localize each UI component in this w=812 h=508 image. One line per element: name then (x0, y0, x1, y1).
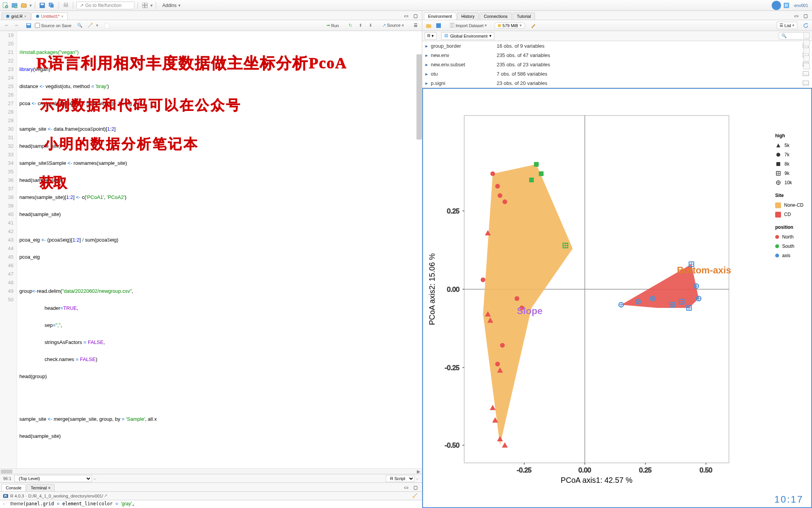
section-down-icon[interactable]: ⬇ (367, 22, 375, 29)
env-var-row[interactable]: ▸p.signi23 obs. of 20 variables (422, 78, 812, 88)
save-icon[interactable] (38, 2, 46, 9)
memory-indicator[interactable]: 579 MiB ▾ (494, 22, 525, 29)
grid-icon[interactable] (141, 2, 149, 9)
minimize-icon[interactable]: ▭ (403, 12, 410, 20)
forward-icon[interactable]: ➡ (12, 22, 20, 29)
svg-rect-21 (105, 23, 109, 28)
new-file-icon[interactable] (2, 2, 9, 9)
language-selector[interactable]: R ▾ (425, 32, 437, 40)
back-icon[interactable]: ⬅ (2, 22, 10, 29)
mini-grid-icon[interactable] (803, 32, 810, 38)
print-icon[interactable] (62, 2, 70, 9)
env-var-row[interactable]: ▸group_border16 obs. of 9 variables (422, 41, 812, 50)
expand-icon[interactable]: ▸ (425, 80, 431, 86)
maximize-icon[interactable]: ▢ (802, 12, 810, 20)
save-icon[interactable] (25, 22, 33, 29)
scope-selector[interactable]: (Top Level) (14, 475, 92, 482)
expand-icon[interactable]: ▸ (425, 43, 431, 49)
tab-terminal[interactable]: Terminal × (26, 484, 55, 491)
list-view-toggle[interactable]: ☰ List ▾ (777, 22, 797, 29)
editor-tabs: grid.R× Untitled1*× ▭ ▢ (0, 11, 422, 20)
code-area[interactable]: #install.packages("vegan") library(vegan… (17, 31, 422, 468)
svg-point-20 (91, 23, 93, 24)
source-button[interactable]: ↗ Source ▾ (379, 22, 407, 29)
minimize-icon[interactable]: ▭ (403, 484, 410, 491)
load-workspace-icon[interactable] (425, 22, 432, 29)
tab-untitled1[interactable]: Untitled1*× (31, 12, 68, 20)
open-file-icon[interactable] (20, 2, 28, 9)
view-data-icon[interactable] (803, 81, 809, 85)
console-info: R R 4.0.3 · D:/R_4_1_0_working_directory… (0, 492, 422, 500)
globe-icon (444, 33, 449, 39)
broom-icon[interactable] (530, 22, 538, 29)
outline-icon[interactable]: ☰ (412, 22, 420, 29)
console-output[interactable]: - theme(panel.grid = element_line(color … (0, 500, 422, 508)
vertical-scrollbar[interactable] (416, 54, 422, 140)
clear-console-icon[interactable]: 🧹 (411, 492, 419, 500)
svg-point-51 (502, 199, 507, 204)
right-gutter-icons (803, 32, 811, 69)
goto-file-input[interactable]: ↗Go to file/function (76, 2, 134, 9)
legend-position-title: position (775, 225, 803, 230)
source-on-save-check[interactable] (35, 23, 40, 28)
svg-point-52 (481, 278, 485, 282)
file-type-selector[interactable]: R Script (386, 475, 415, 482)
working-dir[interactable]: D:/R_4_1_0_working_directory/env001/ (28, 494, 103, 498)
y-axis-label: PCoA axis2: 15.06 % (428, 253, 436, 325)
section-up-icon[interactable]: ⬆ (357, 22, 365, 29)
legend-item: axis (775, 251, 803, 260)
maximize-icon[interactable]: ▢ (412, 484, 420, 491)
tab-environment[interactable]: Environment (424, 12, 456, 20)
project-name[interactable]: env001 (792, 3, 810, 8)
expand-icon[interactable]: ▸ (425, 52, 431, 58)
minimize-icon[interactable]: ▭ (793, 12, 800, 20)
tab-history[interactable]: History (457, 12, 479, 20)
find-icon[interactable]: 🔍 (76, 22, 84, 29)
save-all-icon[interactable] (48, 2, 55, 9)
source-on-save-checkbox[interactable]: Source on Save (35, 23, 71, 28)
new-project-icon[interactable] (11, 2, 19, 9)
svg-text:0.25: 0.25 (447, 207, 459, 215)
tab-tutorial[interactable]: Tutorial (513, 12, 535, 20)
source-icon: ↗ (382, 23, 386, 28)
close-icon[interactable]: × (24, 14, 26, 19)
save-workspace-icon[interactable] (435, 22, 442, 29)
addins-dropdown[interactable]: Addins▾ (159, 2, 184, 9)
env-var-row[interactable]: ▸otu7 obs. of 586 variables (422, 69, 812, 78)
tab-connections[interactable]: Connections (480, 12, 512, 20)
expand-icon[interactable]: ▸ (425, 71, 431, 77)
wand-icon[interactable] (86, 22, 94, 29)
project-icon[interactable]: R (783, 2, 790, 9)
refresh-icon[interactable] (802, 22, 810, 29)
run-button[interactable]: ➡Run (323, 22, 342, 29)
color-dot (775, 235, 779, 239)
editor-toolbar: ⬅ ➡ Source on Save 🔍 ▾ ➡Run ↻ ⬆ (0, 20, 422, 31)
env-var-row[interactable]: ▸new.env235 obs. of 47 variables (422, 50, 812, 60)
tab-console[interactable]: Console (2, 484, 26, 491)
mini-grid-icon[interactable] (803, 40, 810, 46)
svg-rect-59 (529, 178, 534, 182)
color-swatch (775, 202, 781, 208)
maximize-icon[interactable]: ▢ (412, 12, 420, 20)
pcoa-plot: -0.25 0.00 0.25 0.50 -0.50 -0.25 0.00 0.… (423, 89, 811, 507)
env-tabs: Environment History Connections Tutorial… (422, 11, 812, 20)
horizontal-scrollbar[interactable]: ▶ (0, 468, 422, 474)
svg-text:-0.50: -0.50 (445, 442, 459, 449)
tab-grid-r[interactable]: grid.R× (2, 12, 31, 20)
code-editor[interactable]: 1920212223242526272829303132333435363738… (0, 31, 422, 468)
report-icon[interactable] (103, 22, 111, 29)
mini-grid-icon[interactable] (803, 63, 810, 69)
svg-point-92 (776, 153, 780, 157)
mini-grid-icon[interactable] (803, 55, 810, 62)
close-icon[interactable]: × (61, 14, 64, 19)
env-var-row[interactable]: ▸new.env.subset235 obs. of 23 variables (422, 60, 812, 69)
grid-icon (450, 23, 454, 28)
plot-viewer[interactable]: -0.25 0.00 0.25 0.50 -0.50 -0.25 0.00 0.… (422, 88, 812, 508)
environment-selector[interactable]: Global Environment ▾ (441, 32, 494, 40)
import-dataset-button[interactable]: Import Dataset ▾ (447, 22, 490, 29)
rerun-icon[interactable]: ↻ (347, 22, 354, 29)
view-data-icon[interactable] (803, 71, 809, 76)
expand-icon[interactable]: ▸ (425, 62, 431, 67)
mini-grid-icon[interactable] (803, 48, 810, 54)
svg-point-16 (6, 15, 9, 18)
